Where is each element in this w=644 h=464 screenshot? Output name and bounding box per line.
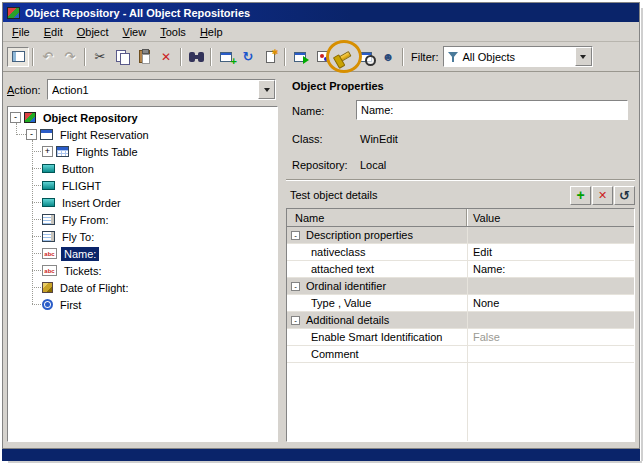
property-row[interactable]: nativeclassEdit [287, 244, 634, 261]
tree-item-label: First [57, 298, 84, 312]
add-objects-button[interactable] [215, 47, 237, 67]
column-header-name[interactable]: Name [287, 209, 467, 226]
repository-icon [24, 112, 36, 123]
tree-item-label: Flights Table [73, 145, 141, 159]
action-input[interactable] [48, 84, 258, 96]
update-from-application-button[interactable] [237, 47, 259, 67]
column-header-value[interactable]: Value [467, 209, 634, 226]
collapse-box[interactable]: - [291, 316, 300, 325]
object-spy-icon [382, 51, 395, 63]
show-or-tree-button[interactable] [7, 47, 29, 67]
property-name: Type , Value [311, 297, 371, 309]
collapse-box[interactable]: - [10, 112, 21, 123]
action-combobox[interactable] [47, 79, 276, 100]
collapse-box[interactable]: - [291, 282, 300, 291]
property-row[interactable]: Comment [287, 346, 634, 363]
tree-item-label: Insert Order [59, 196, 124, 210]
drop-shadow [641, 8, 643, 461]
tree-item-first[interactable]: First [8, 296, 277, 313]
toolbar-separator [84, 48, 86, 66]
define-new-test-object-button[interactable] [259, 47, 281, 67]
menu-file[interactable]: File [5, 23, 37, 41]
property-group-row[interactable]: -Additional details [287, 312, 634, 329]
tree-item-date-of-flight[interactable]: Date of Flight: [8, 279, 277, 296]
menu-object[interactable]: Object [70, 23, 116, 41]
highlight-in-application-button[interactable] [333, 47, 355, 67]
class-label: Class: [292, 133, 323, 145]
properties-panel: Object Properties Name: Class: WinEdit R… [284, 72, 637, 446]
delete-icon [161, 51, 171, 63]
action-dropdown-arrow[interactable] [258, 80, 275, 99]
menu-help[interactable]: Help [193, 23, 230, 41]
tree-item-label: Date of Flight: [57, 281, 131, 295]
tree-item-label: Button [59, 162, 97, 176]
property-row[interactable]: Type , ValueNone [287, 295, 634, 312]
tree-item-flight[interactable]: FLIGHT [8, 177, 277, 194]
tree-item-label: Flight Reservation [57, 128, 152, 142]
tree-item-object-repository[interactable]: -Object Repository [8, 109, 277, 126]
toolbar-separator [32, 48, 34, 66]
delete-button[interactable] [155, 47, 177, 67]
property-value [467, 346, 634, 362]
tree-item-fly-from[interactable]: Fly From: [8, 211, 277, 228]
undo-button[interactable] [37, 47, 59, 67]
collapse-box[interactable]: - [291, 231, 300, 240]
drop-shadow [8, 461, 642, 463]
tree-item-label: Fly To: [59, 230, 97, 244]
property-value [467, 312, 634, 328]
property-row[interactable]: attached textName: [287, 261, 634, 278]
menu-edit[interactable]: Edit [37, 23, 70, 41]
restore-default-button[interactable] [614, 186, 635, 205]
property-name: Enable Smart Identification [311, 331, 442, 343]
menu-tools[interactable]: Tools [153, 23, 193, 41]
property-value [467, 278, 634, 294]
object-spy-button[interactable] [377, 47, 399, 67]
copy-icon [116, 50, 129, 63]
collapse-box[interactable]: - [26, 129, 37, 140]
property-group-row[interactable]: -Description properties [287, 227, 634, 244]
find-button[interactable] [185, 47, 207, 67]
tree-item-fly-to[interactable]: Fly To: [8, 228, 277, 245]
toolbar-separator [210, 48, 212, 66]
tree-item-name[interactable]: Name: [8, 245, 277, 262]
filter-funnel-icon [448, 51, 459, 62]
property-row[interactable]: Enable Smart IdentificationFalse [287, 329, 634, 346]
cut-button[interactable] [89, 47, 111, 67]
show-or-tree-icon [12, 51, 25, 62]
toolbar-separator [180, 48, 182, 66]
redo-button[interactable] [59, 47, 81, 67]
edit-icon [42, 265, 57, 276]
add-property-button[interactable] [570, 186, 591, 205]
locate-in-repository-icon [360, 52, 372, 62]
expand-box[interactable]: + [42, 146, 53, 157]
tree-item-insert-order[interactable]: Insert Order [8, 194, 277, 211]
title-bar[interactable]: Object Repository - All Object Repositor… [3, 3, 639, 22]
property-group-row[interactable]: -Ordinal identifier [287, 278, 634, 295]
name-field[interactable] [356, 100, 628, 120]
delete-property-button[interactable] [592, 186, 613, 205]
property-name: Additional details [306, 314, 389, 326]
filter-label: Filter: [411, 51, 439, 63]
action-label: Action: [7, 84, 47, 96]
menu-view[interactable]: View [116, 23, 154, 41]
main-area: Action: -Object Repository-Flight Reserv… [5, 72, 637, 446]
cut-icon [95, 50, 106, 63]
button-icon [42, 181, 55, 190]
tree-item-button[interactable]: Button [8, 160, 277, 177]
bottom-blue-bar [2, 449, 640, 461]
button-icon [42, 164, 55, 173]
section-divider [286, 179, 635, 181]
highlight-in-application-icon [336, 50, 351, 62]
tree-item-flight-reservation[interactable]: -Flight Reservation [8, 126, 277, 143]
locate-in-repository-button[interactable] [355, 47, 377, 67]
paste-button[interactable] [133, 47, 155, 67]
copy-button[interactable] [111, 47, 133, 67]
navigate-learn-button[interactable] [289, 47, 311, 67]
tree-item-flights-table[interactable]: +Flights Table [8, 143, 277, 160]
filter-dropdown-arrow[interactable] [575, 47, 592, 66]
filter-combobox[interactable]: All Objects [443, 46, 593, 67]
add-repository-parameter-button[interactable] [311, 47, 333, 67]
object-tree[interactable]: -Object Repository-Flight Reservation+Fl… [7, 106, 278, 442]
tree-item-tickets[interactable]: Tickets: [8, 262, 277, 279]
table-icon [56, 146, 69, 157]
